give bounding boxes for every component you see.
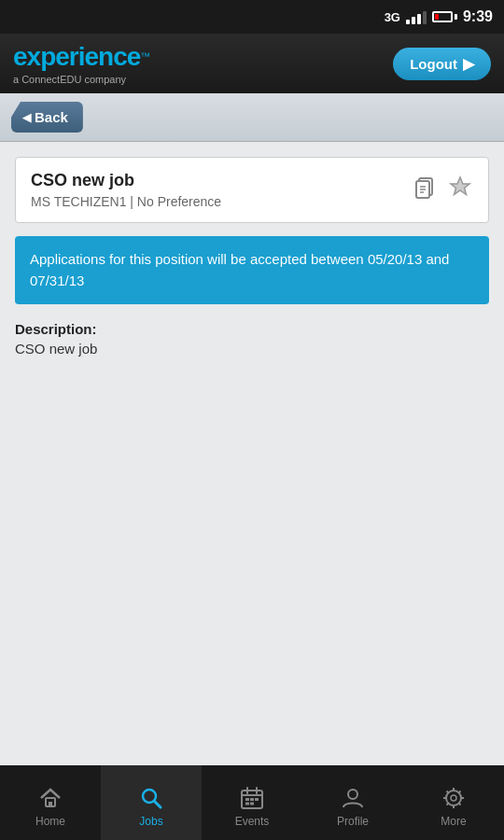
back-label: Back <box>35 109 68 125</box>
logo-text: experience <box>13 42 140 71</box>
tab-more[interactable]: More <box>403 765 504 840</box>
tab-home-label: Home <box>35 815 65 828</box>
main-content: CSO new job MS TECHIZEN1 | No Preference <box>0 142 504 765</box>
job-card: CSO new job MS TECHIZEN1 | No Preference <box>15 157 489 223</box>
description-section: Description: CSO new job <box>15 317 489 360</box>
battery-icon <box>432 11 457 22</box>
app-header: experience™ a ConnectEDU company Logout … <box>0 34 504 93</box>
job-info: CSO new job MS TECHIZEN1 | No Preference <box>31 171 412 209</box>
svg-rect-15 <box>250 798 254 801</box>
tab-events-label: Events <box>235 815 270 828</box>
description-label: Description: <box>15 321 489 337</box>
tab-more-label: More <box>441 815 466 828</box>
tab-profile[interactable]: Profile <box>302 765 403 840</box>
tab-home[interactable]: Home <box>0 765 101 840</box>
logout-label: Logout <box>410 56 457 72</box>
nav-bar: Back <box>0 93 504 142</box>
svg-rect-14 <box>245 798 249 801</box>
network-indicator: 3G <box>385 10 400 24</box>
tab-bar: Home Jobs Events Profile <box>0 765 504 840</box>
info-banner: Applications for this position will be a… <box>15 236 489 304</box>
copy-icon[interactable] <box>412 175 438 206</box>
status-bar: 3G 9:39 <box>0 0 504 34</box>
tab-jobs-label: Jobs <box>139 815 162 828</box>
logo-sub: a ConnectEDU company <box>13 74 150 85</box>
tab-events[interactable]: Events <box>202 765 302 840</box>
time-display: 9:39 <box>463 8 493 25</box>
svg-rect-7 <box>49 802 52 806</box>
svg-rect-17 <box>245 803 249 805</box>
job-actions <box>412 174 473 206</box>
svg-rect-18 <box>250 803 254 805</box>
logo-area: experience™ a ConnectEDU company <box>13 42 150 85</box>
back-button[interactable]: Back <box>11 102 83 133</box>
svg-point-21 <box>451 795 456 801</box>
tab-profile-label: Profile <box>337 815 369 828</box>
star-icon[interactable] <box>447 174 473 206</box>
description-text: CSO new job <box>15 341 489 357</box>
tab-jobs[interactable]: Jobs <box>101 765 202 840</box>
svg-marker-5 <box>451 177 469 195</box>
logout-arrow-icon: ▶ <box>463 55 474 73</box>
svg-line-9 <box>155 802 161 808</box>
job-meta: MS TECHIZEN1 | No Preference <box>31 194 412 209</box>
job-title: CSO new job <box>31 171 412 190</box>
info-banner-text: Applications for this position will be a… <box>30 251 449 288</box>
svg-rect-16 <box>255 798 259 801</box>
logout-button[interactable]: Logout ▶ <box>393 48 491 80</box>
signal-bars <box>406 9 427 24</box>
logo-tm: ™ <box>140 50 150 62</box>
svg-point-19 <box>348 790 357 799</box>
